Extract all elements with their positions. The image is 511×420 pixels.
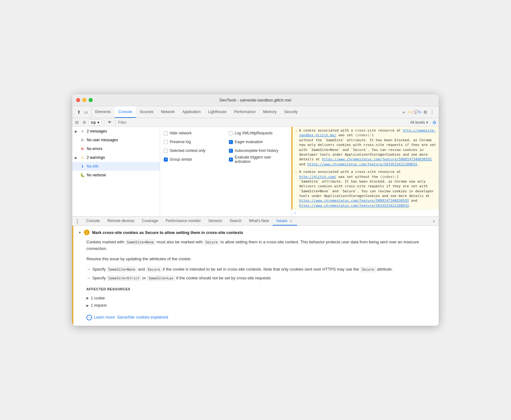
code-secure-3: Secure xyxy=(360,267,376,272)
more-tabs-button[interactable]: » xyxy=(401,109,406,115)
resource-request[interactable]: ▶ 1 request xyxy=(86,302,434,309)
level-dropdown-icon: ▾ xyxy=(426,120,428,125)
sidebar-item-warnings[interactable]: ▶ ⚠ 2 warnings xyxy=(72,153,160,162)
console-panel-icon[interactable]: ⊟ xyxy=(74,119,80,126)
tab-network[interactable]: Network xyxy=(157,106,178,118)
message-link-6[interactable]: https://www.chromestatus.com/feature/563… xyxy=(299,204,409,208)
option-hide-network[interactable]: Hide network xyxy=(164,129,223,137)
sidebar-item-info[interactable]: ℹ No info xyxy=(72,162,160,171)
learn-more-link[interactable]: → Learn more: SameSite cookies explained xyxy=(86,314,434,321)
level-selector[interactable]: All levels ▾ xyxy=(408,120,430,125)
tab-performance[interactable]: Performance xyxy=(230,106,260,118)
bottom-tab-right: × xyxy=(431,217,436,226)
drawer-icon[interactable]: ⋮ xyxy=(75,217,82,226)
message-text-1: A cookie associated with a cross-site re… xyxy=(299,128,436,167)
eager-eval-label: Eager evaluation xyxy=(235,140,263,144)
message-link-4[interactable]: http://glitch.com/ xyxy=(299,175,336,179)
settings-icon[interactable]: ⚙ xyxy=(422,109,428,115)
tab-lighthouse[interactable]: Lighthouse xyxy=(204,106,230,118)
message-location-1[interactable]: (index):1 xyxy=(355,133,374,137)
option-preserve-log[interactable]: Preserve log xyxy=(164,138,223,146)
group-similar-checkbox[interactable] xyxy=(164,158,168,162)
code-secure-2: Secure xyxy=(146,267,162,272)
filter-input[interactable] xyxy=(118,120,407,125)
code-secure-1: Secure xyxy=(204,240,219,245)
bottom-tab-issues[interactable]: Issues × xyxy=(273,217,297,226)
resource-request-label: 1 request xyxy=(91,303,106,309)
more-options-icon[interactable]: ⋮ xyxy=(429,109,435,115)
tab-console[interactable]: Console xyxy=(115,106,136,118)
drawer-close-icon[interactable]: × xyxy=(431,219,436,224)
bottom-tab-whats-new[interactable]: What's New xyxy=(245,217,273,226)
minimize-button[interactable] xyxy=(82,98,86,102)
option-evaluate-triggers[interactable]: Evaluate triggers user activation xyxy=(229,156,288,163)
warning-msg-icon-2: ⚠ xyxy=(295,170,297,174)
tab-sources[interactable]: Sources xyxy=(136,106,157,118)
expand-messages-icon: ▶ xyxy=(75,130,79,133)
sidebar-item-user-messages[interactable]: ⊘ No user messages xyxy=(72,136,160,144)
option-group-similar[interactable]: Group similar xyxy=(164,156,223,163)
sidebar-item-errors[interactable]: ⊗ No errors xyxy=(72,144,160,153)
user-icon: ⊘ xyxy=(80,137,85,143)
option-selected-context[interactable]: Selected context only xyxy=(164,147,223,154)
evaluate-triggers-checkbox[interactable] xyxy=(229,158,233,162)
clear-console-icon[interactable]: ⊘ xyxy=(81,119,87,126)
tab-memory[interactable]: Memory xyxy=(259,106,280,118)
selected-context-checkbox[interactable] xyxy=(164,149,168,153)
log-xmlhttp-checkbox[interactable] xyxy=(229,131,233,135)
eye-icon[interactable]: 👁 xyxy=(107,119,113,126)
message-link-2[interactable]: https://www.chromestatus.com/feature/508… xyxy=(322,157,432,161)
fullscreen-button[interactable] xyxy=(89,98,93,102)
preserve-log-checkbox[interactable] xyxy=(164,140,168,144)
verbose-label: No verbose xyxy=(87,173,157,177)
inspect-icon[interactable]: ⬆ xyxy=(76,109,82,115)
hide-network-checkbox[interactable] xyxy=(164,131,168,135)
warning-badge: ⚠ 2 xyxy=(407,110,413,114)
close-button[interactable] xyxy=(76,98,80,102)
issue-paragraph-1: Cookies marked with SameSite=None must a… xyxy=(86,239,434,252)
tab-bar: ⬆ ▭ Elements Console Sources Network App… xyxy=(72,106,439,118)
device-icon[interactable]: ▭ xyxy=(83,109,89,115)
message-link-5[interactable]: https://www.chromestatus.com/feature/508… xyxy=(299,199,409,203)
issues-panel: ▼ 1 Mark cross-site cookies as Secure to… xyxy=(72,226,439,326)
sidebar-item-verbose[interactable]: 🐛 No verbose xyxy=(72,171,160,179)
bottom-tab-coverage[interactable]: Coverage xyxy=(138,217,162,226)
issue-header-1[interactable]: ▼ 1 Mark cross-site cookies as Secure to… xyxy=(73,226,439,239)
option-autocomplete-history[interactable]: Autocomplete from history xyxy=(229,147,288,154)
learn-more-text: Learn more: SameSite cookies explained xyxy=(94,314,168,321)
context-dropdown-icon: ▾ xyxy=(97,120,99,125)
message-link-3[interactable]: https://www.chromestatus.com/feature/563… xyxy=(307,162,417,166)
user-messages-label: No user messages xyxy=(87,138,157,142)
options-panel: Hide network Log XMLHttpRequests Preserv… xyxy=(160,127,292,216)
autocomplete-history-checkbox[interactable] xyxy=(229,149,233,153)
tab-application[interactable]: Application xyxy=(178,106,204,118)
message-location-2[interactable]: (index):1 xyxy=(380,175,399,179)
info-bubble-icon: 💬 xyxy=(414,110,419,114)
context-selector[interactable]: top ▾ xyxy=(89,119,101,126)
option-log-xmlhttp[interactable]: Log XMLHttpRequests xyxy=(229,129,288,137)
bottom-tab-remote-devices[interactable]: Remote devices xyxy=(104,217,138,226)
bullet-text-2: Specify SameSite=Strict or SameSite=Lax … xyxy=(92,275,271,282)
issues-close-icon[interactable]: × xyxy=(289,219,294,223)
console-settings-icon[interactable]: ⚙ xyxy=(431,119,437,126)
bottom-tab-perf-monitor[interactable]: Performance monitor xyxy=(162,217,204,226)
eager-eval-checkbox[interactable] xyxy=(229,140,233,144)
tab-elements[interactable]: Elements xyxy=(91,106,115,118)
hide-network-label: Hide network xyxy=(170,131,192,135)
selected-context-label: Selected context only xyxy=(170,148,205,153)
bottom-tab-sensors[interactable]: Sensors xyxy=(204,217,226,226)
resource-cookie[interactable]: ▶ 1 cookie xyxy=(86,295,434,302)
evaluate-triggers-label: Evaluate triggers user activation xyxy=(235,155,288,164)
option-eager-eval[interactable]: Eager evaluation xyxy=(229,138,288,146)
resource-cookie-label: 1 cookie xyxy=(91,295,105,301)
learn-more-icon: → xyxy=(86,315,92,320)
info-icon: ℹ xyxy=(80,164,85,169)
level-label: All levels xyxy=(410,120,425,125)
bottom-tab-console[interactable]: Console xyxy=(82,217,104,226)
bullet-item-1: → Specify SameSite=None and Secure if th… xyxy=(86,266,434,273)
info-badge: 💬 5 xyxy=(414,110,421,114)
sidebar-item-messages[interactable]: ▶ ≡ 2 messages xyxy=(72,127,160,136)
traffic-lights xyxy=(76,98,93,102)
tab-security[interactable]: Security xyxy=(281,106,302,118)
bottom-tab-search[interactable]: Search xyxy=(226,217,245,226)
